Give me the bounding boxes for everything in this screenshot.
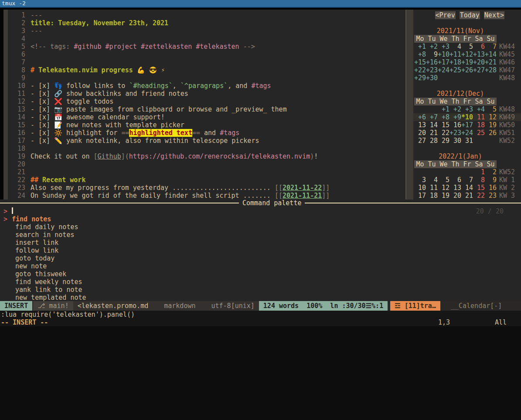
calendar-day[interactable] <box>438 168 449 176</box>
calendar-day[interactable]: 25 <box>473 129 485 137</box>
calendar-day[interactable] <box>473 137 485 145</box>
calendar-day[interactable]: *10 <box>461 113 473 121</box>
editor-line[interactable]: 24On Sunday we got rid of the daily find… <box>8 192 405 200</box>
calendar-day[interactable]: 23 <box>485 192 497 200</box>
palette-item[interactable]: goto today <box>0 254 521 262</box>
calendar-day[interactable] <box>485 137 497 145</box>
calendar-day[interactable] <box>461 74 473 82</box>
calendar-day[interactable]: 27 <box>414 137 426 145</box>
editor-line[interactable]: 16- [x] 🔆 highlight for ==highlighted te… <box>8 129 405 137</box>
editor-line[interactable]: 6 <box>8 51 405 58</box>
calendar-day[interactable]: +13 <box>473 51 485 58</box>
palette-item[interactable]: find daily notes <box>0 223 521 231</box>
calendar-day[interactable] <box>449 74 461 82</box>
calendar-day[interactable]: +23 <box>449 129 461 137</box>
calendar-day[interactable]: 8 <box>473 176 485 184</box>
calendar-day[interactable] <box>426 105 438 113</box>
palette-item[interactable]: follow link <box>0 247 521 254</box>
editor-line[interactable]: 20 <box>8 160 405 168</box>
calendar-day[interactable]: +25 <box>449 66 461 74</box>
palette-item[interactable]: find weekly notes <box>0 278 521 286</box>
calendar-day[interactable]: +27 <box>473 66 485 74</box>
calendar-day[interactable]: 22 <box>438 129 449 137</box>
git-segment[interactable]: ⎇ main! <box>33 301 73 311</box>
calendar-day[interactable]: 30 <box>449 137 461 145</box>
calendar-nav-button[interactable]: <Prev <box>435 11 456 19</box>
editor-line[interactable]: 15- [x] 📝 new notes with template picker <box>8 121 405 129</box>
calendar-day[interactable] <box>414 168 426 176</box>
calendar-day[interactable]: +12 <box>461 51 473 58</box>
editor-line[interactable]: 22## Recent work <box>8 176 405 184</box>
palette-selected-row[interactable]: >find notes <box>0 215 521 223</box>
editor-line[interactable]: 17- [x] ✏️ yank notelink, also from with… <box>8 137 405 145</box>
calendar-day[interactable]: +20 <box>473 58 485 66</box>
calendar-day[interactable]: 11 <box>426 184 438 192</box>
calendar-day[interactable]: +14 <box>485 51 497 58</box>
editor-line[interactable]: 8# Telekasten.nvim progress 💪 😎 ⚡ <box>8 66 405 74</box>
calendar-day[interactable]: 9 <box>485 176 497 184</box>
calendar-day[interactable]: 26 <box>485 129 497 137</box>
calendar-day[interactable]: +2 <box>426 43 438 51</box>
editor-line[interactable]: 11- [x] 🔗 show backlinks and friend note… <box>8 90 405 98</box>
calendar-day[interactable]: 18 <box>473 121 485 129</box>
calendar-day[interactable]: 16 <box>449 121 461 129</box>
calendar-day[interactable]: 19 <box>485 121 497 129</box>
calendar-day[interactable]: +15 <box>414 58 426 66</box>
calendar-day[interactable] <box>473 74 485 82</box>
command-line[interactable]: :lua require('telekasten').panel() <box>0 311 521 318</box>
calendar-day[interactable]: +1 <box>414 43 426 51</box>
editor-line[interactable]: 2title: Tuesday, November 23th, 2021 <box>8 19 405 27</box>
calendar-day[interactable]: 31 <box>461 137 473 145</box>
calendar-day[interactable]: +24 <box>438 66 449 74</box>
palette-prompt-row[interactable]: > <box>0 207 521 215</box>
calendar-day[interactable]: 13 <box>449 184 461 192</box>
calendar-day[interactable]: 17 <box>414 192 426 200</box>
calendar-day[interactable]: 12 <box>485 113 497 121</box>
editor-line[interactable]: 4 <box>8 35 405 43</box>
calendar-day[interactable]: +26 <box>461 66 473 74</box>
editor-line[interactable]: 18 <box>8 145 405 152</box>
calendar-day[interactable]: 4 <box>426 176 438 184</box>
editor-line[interactable]: 14- [x] 📅 awesome calendar support! <box>8 113 405 121</box>
calendar-day[interactable] <box>461 168 473 176</box>
calendar-day[interactable] <box>414 105 426 113</box>
calendar-day[interactable]: 21 <box>461 192 473 200</box>
palette-item[interactable]: new note <box>0 262 521 270</box>
calendar-day[interactable]: +19 <box>461 58 473 66</box>
palette-item[interactable]: insert link <box>0 239 521 247</box>
calendar-day[interactable]: 21 <box>426 129 438 137</box>
calendar-day[interactable]: +23 <box>426 66 438 74</box>
calendar-day[interactable]: +30 <box>426 74 438 82</box>
calendar-day[interactable]: 2 <box>485 168 497 176</box>
calendar-day[interactable]: +2 <box>449 105 461 113</box>
calendar-day[interactable]: 1 <box>473 168 485 176</box>
calendar-day[interactable]: 5 <box>485 105 497 113</box>
editor-line[interactable]: 21 <box>8 168 405 176</box>
calendar-day[interactable] <box>485 74 497 82</box>
calendar-day[interactable] <box>438 74 449 82</box>
calendar-day[interactable]: 5 <box>461 43 473 51</box>
calendar-day[interactable]: +7 <box>426 113 438 121</box>
calendar-day[interactable]: +11 <box>449 51 461 58</box>
calendar-day[interactable]: 4 <box>449 43 461 51</box>
calendar-day[interactable]: +10 <box>438 51 449 58</box>
calendar-day[interactable]: 6 <box>473 43 485 51</box>
calendar-day[interactable]: 28 <box>426 137 438 145</box>
calendar-day[interactable]: +1 <box>438 105 449 113</box>
calendar-day[interactable]: +8 <box>438 113 449 121</box>
calendar-day[interactable]: 20 <box>449 192 461 200</box>
calendar-day[interactable]: +24 <box>461 129 473 137</box>
calendar-day[interactable]: +22 <box>414 66 426 74</box>
palette-item[interactable]: goto thisweek <box>0 270 521 278</box>
calendar-day[interactable]: +6 <box>414 113 426 121</box>
palette-item[interactable]: yank link to note <box>0 286 521 294</box>
calendar-day[interactable]: 5 <box>438 176 449 184</box>
calendar-day[interactable]: 7 <box>485 43 497 51</box>
calendar-day[interactable]: +21 <box>485 58 497 66</box>
calendar-day[interactable]: 29 <box>438 137 449 145</box>
calendar-day[interactable]: 7 <box>461 176 473 184</box>
palette-item[interactable]: search in notes <box>0 231 521 239</box>
calendar-day[interactable]: 3 <box>414 176 426 184</box>
calendar-day[interactable]: 16 <box>485 184 497 192</box>
calendar-day[interactable]: +3 <box>461 105 473 113</box>
